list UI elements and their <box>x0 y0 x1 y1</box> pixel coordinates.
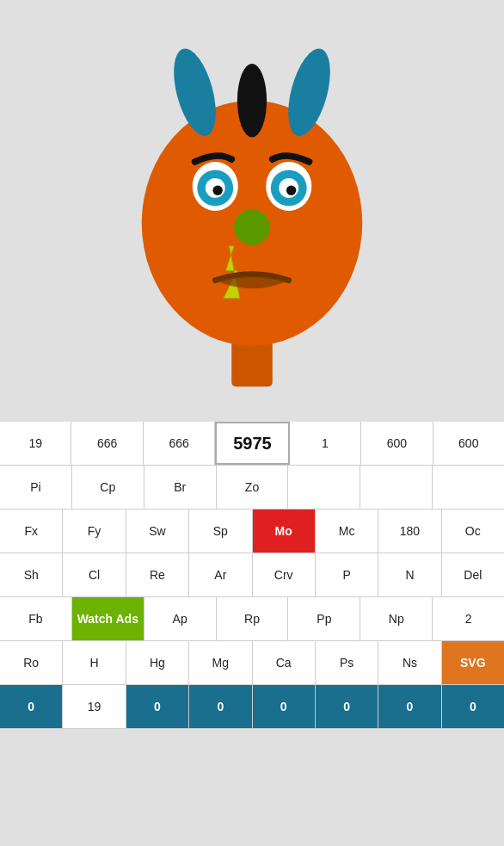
grid-cell-4-2[interactable]: Ap <box>144 597 217 640</box>
grid-cell-2-7[interactable]: Oc <box>442 509 504 553</box>
grid-cell-2-6[interactable]: 180 <box>378 509 441 553</box>
grid-row-1: PiCpBrZo <box>0 466 504 509</box>
grid-cell-1-0[interactable]: Pi <box>0 466 72 509</box>
grid-cell-3-6[interactable]: N <box>378 553 441 596</box>
svg-point-17 <box>234 209 270 245</box>
grid-cell-0-4[interactable]: 1 <box>290 422 361 465</box>
grid-cell-5-7[interactable]: SVG <box>442 641 504 684</box>
grid-cell-5-5[interactable]: Ps <box>316 641 378 684</box>
grid-cell-5-1[interactable]: H <box>63 641 126 684</box>
grid-cell-3-7[interactable]: Del <box>442 553 504 596</box>
svg-point-16 <box>286 186 296 195</box>
svg-point-15 <box>212 186 222 195</box>
grid-cell-1-1[interactable]: Cp <box>72 466 144 509</box>
grid-cell-3-3[interactable]: Ar <box>189 553 252 596</box>
grid-cell-6-2[interactable]: 0 <box>126 685 189 728</box>
grid-cell-4-0[interactable]: Fb <box>0 597 72 640</box>
grid-area: 1966666659751600600PiCpBrZoFxFySwSpMoMc1… <box>0 422 504 729</box>
grid-cell-0-3[interactable]: 5975 <box>215 422 289 465</box>
grid-cell-0-1[interactable]: 666 <box>71 422 143 465</box>
grid-cell-5-4[interactable]: Ca <box>253 641 316 684</box>
grid-cell-5-3[interactable]: Mg <box>189 641 252 684</box>
grid-cell-0-5[interactable]: 600 <box>361 422 433 465</box>
grid-row-2: FxFySwSpMoMc180Oc <box>0 509 504 553</box>
grid-cell-6-6[interactable]: 0 <box>378 685 441 728</box>
character-area <box>0 0 504 422</box>
grid-cell-3-5[interactable]: P <box>316 553 378 596</box>
grid-cell-3-0[interactable]: Sh <box>0 553 63 596</box>
grid-cell-3-4[interactable]: Crv <box>253 553 316 596</box>
grid-cell-3-1[interactable]: Cl <box>63 553 126 596</box>
grid-cell-0-6[interactable]: 600 <box>433 422 504 465</box>
grid-cell-6-1[interactable]: 19 <box>63 685 126 728</box>
grid-row-5: RoHHgMgCaPsNsSVG <box>0 641 504 685</box>
grid-cell-5-6[interactable]: Ns <box>378 641 441 684</box>
grid-cell-1-3[interactable]: Zo <box>217 466 289 509</box>
grid-cell-6-5[interactable]: 0 <box>316 685 378 728</box>
grid-cell-0-0[interactable]: 19 <box>0 422 71 465</box>
grid-cell-2-0[interactable]: Fx <box>0 509 63 553</box>
grid-cell-2-1[interactable]: Fy <box>63 509 126 553</box>
grid-cell-4-5[interactable]: Np <box>360 597 433 640</box>
grid-cell-1-2[interactable]: Br <box>144 466 217 509</box>
grid-row-6: 019000000 <box>0 685 504 729</box>
grid-cell-1-5[interactable] <box>360 466 433 509</box>
grid-cell-2-2[interactable]: Sw <box>126 509 189 553</box>
grid-cell-1-4[interactable] <box>288 466 360 509</box>
devil-character <box>89 13 415 409</box>
grid-cell-1-6[interactable] <box>433 466 504 509</box>
grid-cell-2-5[interactable]: Mc <box>316 509 378 553</box>
grid-cell-6-4[interactable]: 0 <box>253 685 316 728</box>
grid-cell-5-0[interactable]: Ro <box>0 641 63 684</box>
grid-cell-6-7[interactable]: 0 <box>442 685 504 728</box>
grid-cell-3-2[interactable]: Re <box>126 553 189 596</box>
grid-cell-4-4[interactable]: Pp <box>288 597 360 640</box>
grid-cell-6-0[interactable]: 0 <box>0 685 63 728</box>
grid-cell-4-1[interactable]: Watch Ads <box>72 597 144 640</box>
svg-point-8 <box>237 64 267 138</box>
grid-row-3: ShClReArCrvPNDel <box>0 553 504 597</box>
grid-row-4: FbWatch AdsApRpPpNp2 <box>0 597 504 641</box>
grid-cell-4-3[interactable]: Rp <box>217 597 289 640</box>
grid-cell-6-3[interactable]: 0 <box>189 685 252 728</box>
grid-cell-0-2[interactable]: 666 <box>144 422 215 465</box>
grid-cell-2-3[interactable]: Sp <box>189 509 252 553</box>
grid-cell-2-4[interactable]: Mo <box>253 509 316 553</box>
grid-cell-4-6[interactable]: 2 <box>433 597 504 640</box>
grid-cell-5-2[interactable]: Hg <box>126 641 189 684</box>
grid-row-0: 1966666659751600600 <box>0 422 504 466</box>
